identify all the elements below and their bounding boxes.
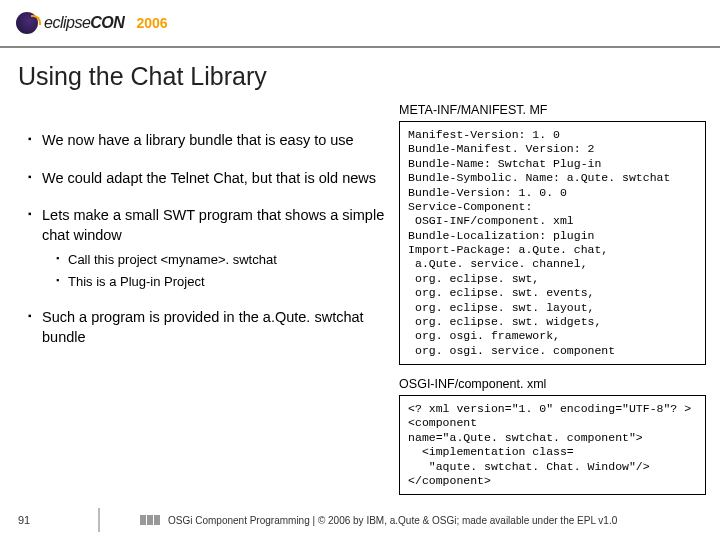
sub-bullet-item: This is a Plug-in Project — [56, 273, 389, 291]
header-bar: eclipseCON 2006 — [0, 0, 720, 48]
content-area: We now have a library bundle that is eas… — [0, 101, 720, 507]
bullet-item: Such a program is provided in the a.Qute… — [28, 308, 389, 347]
bullet-item: Lets make a small SWT program that shows… — [28, 206, 389, 290]
logo: eclipseCON 2006 — [16, 12, 168, 34]
manifest-code: Manifest-Version: 1. 0 Bundle-Manifest. … — [399, 121, 706, 365]
footer-divider — [98, 508, 100, 532]
footer-icon — [140, 515, 160, 525]
logo-text: eclipseCON — [44, 14, 124, 32]
footer: 91 OSGi Component Programming | © 2006 b… — [0, 508, 720, 532]
component-code: <? xml version="1. 0" encoding="UTF-8"? … — [399, 395, 706, 495]
bullet-item: We could adapt the Telnet Chat, but that… — [28, 169, 389, 189]
logo-year: 2006 — [136, 15, 167, 31]
code-column: META-INF/MANIFEST. MF Manifest-Version: … — [399, 101, 706, 507]
slide-title: Using the Chat Library — [0, 48, 720, 101]
component-label: OSGI-INF/component. xml — [399, 377, 706, 391]
bullet-item: We now have a library bundle that is eas… — [28, 131, 389, 151]
bullet-text: Such a program is provided in the a.Qute… — [42, 309, 364, 345]
footer-text: OSGi Component Programming | © 2006 by I… — [168, 515, 617, 526]
sub-bullet-item: Call this project <myname>. swtchat — [56, 251, 389, 269]
page-number: 91 — [18, 514, 58, 526]
bullet-text: We now have a library bundle that is eas… — [42, 132, 354, 148]
bullet-text: We could adapt the Telnet Chat, but that… — [42, 170, 376, 186]
manifest-label: META-INF/MANIFEST. MF — [399, 103, 706, 117]
eclipse-icon — [16, 12, 38, 34]
bullet-text: Lets make a small SWT program that shows… — [42, 207, 384, 243]
bullet-column: We now have a library bundle that is eas… — [14, 101, 389, 507]
